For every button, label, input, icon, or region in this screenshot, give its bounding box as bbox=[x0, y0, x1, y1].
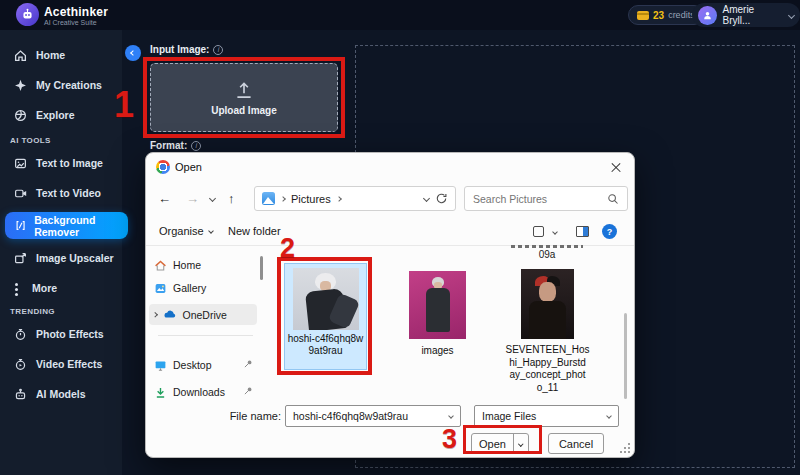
background-remover-icon bbox=[15, 219, 26, 232]
dialog-nav-desktop[interactable]: Desktop bbox=[149, 355, 257, 375]
sidebar-item-my-creations[interactable]: My Creations bbox=[0, 70, 122, 100]
chevron-down-icon bbox=[519, 441, 524, 446]
sidebar-item-more[interactable]: More bbox=[0, 273, 122, 303]
sidebar-item-home[interactable]: Home bbox=[0, 40, 122, 70]
breadcrumb-separator-icon bbox=[336, 196, 342, 202]
sidebar-item-background-remover[interactable]: Background Remover bbox=[5, 212, 128, 239]
up-button[interactable]: ↑ bbox=[228, 191, 235, 206]
open-split-button: Open bbox=[471, 433, 529, 454]
file-list-scrollbar[interactable] bbox=[624, 313, 627, 399]
back-button[interactable]: ← bbox=[158, 191, 171, 206]
sidebar-item-photo-effects[interactable]: Photo Effects bbox=[0, 319, 122, 349]
nav-pane-scrollbar[interactable] bbox=[260, 256, 263, 280]
refresh-icon[interactable] bbox=[435, 192, 448, 205]
recent-locations-chevron-icon[interactable] bbox=[209, 195, 216, 202]
info-icon[interactable] bbox=[191, 141, 201, 151]
photo-effects-icon bbox=[14, 328, 27, 341]
dialog-nav-home[interactable]: Home bbox=[149, 255, 257, 275]
chevron-down-icon bbox=[448, 413, 454, 419]
breadcrumb-pictures[interactable]: Pictures bbox=[291, 193, 331, 205]
chevron-left-icon bbox=[130, 50, 136, 56]
credits-card-icon bbox=[637, 11, 649, 20]
file-name-combobox[interactable]: hoshi-c4f6qhq8w9at9rau bbox=[285, 405, 461, 427]
dialog-nav-onedrive[interactable]: OneDrive bbox=[149, 304, 257, 325]
file-type-value: Image Files bbox=[482, 410, 536, 422]
downloads-icon bbox=[153, 385, 167, 399]
file-name-label: images bbox=[399, 345, 476, 356]
file-thumbnail bbox=[293, 268, 359, 330]
file-name-label: hoshi-c4f6qhq8w 9at9rau bbox=[288, 333, 364, 356]
nav-item-label: Downloads bbox=[173, 386, 225, 398]
preview-pane-icon bbox=[576, 226, 589, 237]
upload-image-dropzone[interactable]: Upload Image bbox=[150, 63, 338, 132]
sidebar-item-label: Video Effects bbox=[36, 358, 102, 370]
sidebar: Home My Creations Explore AI TOOLS Text … bbox=[0, 30, 122, 475]
user-menu[interactable]: Amerie Bryll... bbox=[692, 3, 800, 27]
new-folder-label: New folder bbox=[228, 225, 281, 237]
sidebar-item-label: Background Remover bbox=[34, 214, 128, 238]
file-item-seventeen[interactable] bbox=[521, 269, 574, 339]
pictures-folder-icon bbox=[262, 192, 275, 205]
chrome-icon bbox=[156, 160, 170, 174]
open-dropdown-arrow[interactable] bbox=[513, 434, 528, 453]
nav-item-label: Gallery bbox=[173, 282, 206, 294]
acethinker-logo-icon[interactable] bbox=[16, 3, 39, 26]
help-button[interactable] bbox=[602, 224, 617, 239]
desktop-icon bbox=[153, 358, 167, 372]
format-label: Format: bbox=[150, 140, 201, 151]
app-screen: Acethinker AI Creative Suite 23 credits … bbox=[0, 0, 800, 475]
more-dots-icon bbox=[15, 283, 18, 286]
file-item-hoshi[interactable]: hoshi-c4f6qhq8w 9at9rau bbox=[284, 263, 367, 370]
text-to-image-icon bbox=[14, 157, 27, 170]
dialog-nav-gallery[interactable]: Gallery bbox=[149, 278, 257, 298]
address-dropdown-chevron-icon[interactable] bbox=[423, 195, 430, 202]
breadcrumb-separator-icon bbox=[280, 196, 286, 202]
expand-chevron-icon[interactable] bbox=[152, 312, 157, 317]
format-label-text: Format: bbox=[150, 140, 187, 151]
sidebar-item-label: Text to Video bbox=[36, 187, 101, 199]
clipped-file-label bbox=[511, 245, 583, 248]
info-icon[interactable] bbox=[213, 45, 223, 55]
sidebar-item-text-to-video[interactable]: Text to Video bbox=[0, 178, 122, 208]
chevron-down-icon bbox=[208, 228, 214, 234]
address-bar[interactable]: Pictures bbox=[254, 186, 456, 211]
nav-item-label: Home bbox=[173, 259, 201, 271]
brand-tagline: AI Creative Suite bbox=[44, 19, 97, 26]
input-image-label-text: Input Image: bbox=[150, 44, 209, 55]
organise-menu[interactable]: Organise bbox=[159, 225, 213, 237]
search-box[interactable]: Search Pictures bbox=[464, 186, 628, 211]
dialog-title: Open bbox=[175, 161, 202, 173]
cancel-button[interactable]: Cancel bbox=[548, 433, 604, 454]
credits-label: credits bbox=[668, 10, 695, 20]
file-type-dropdown[interactable]: Image Files bbox=[474, 405, 619, 427]
resize-grip[interactable] bbox=[624, 447, 626, 449]
open-button[interactable]: Open bbox=[472, 434, 513, 453]
dialog-nav-downloads[interactable]: Downloads bbox=[149, 382, 257, 402]
sidebar-item-text-to-image[interactable]: Text to Image bbox=[0, 148, 122, 178]
view-mode-chevron-icon[interactable] bbox=[552, 229, 558, 235]
preview-pane-button[interactable] bbox=[576, 226, 589, 237]
new-folder-button[interactable]: New folder bbox=[228, 225, 281, 237]
nav-item-label: Desktop bbox=[173, 359, 212, 371]
search-icon bbox=[607, 193, 619, 205]
video-effects-icon bbox=[14, 358, 27, 371]
sidebar-item-image-upscaler[interactable]: Image Upscaler bbox=[0, 243, 122, 273]
sidebar-collapse-button[interactable] bbox=[125, 45, 141, 61]
sidebar-item-label: Image Upscaler bbox=[36, 252, 114, 264]
top-header: Acethinker AI Creative Suite 23 credits … bbox=[0, 0, 800, 30]
file-item-images[interactable] bbox=[409, 271, 466, 339]
onedrive-icon bbox=[163, 308, 177, 322]
home-folder-icon bbox=[153, 258, 167, 272]
sidebar-item-label: Text to Image bbox=[36, 157, 103, 169]
sidebar-item-video-effects[interactable]: Video Effects bbox=[0, 349, 122, 379]
view-mode-button[interactable] bbox=[533, 226, 544, 237]
dialog-close-button[interactable] bbox=[604, 158, 628, 176]
section-header-ai-tools: AI TOOLS bbox=[0, 132, 122, 148]
sidebar-item-explore[interactable]: Explore bbox=[0, 100, 122, 130]
sidebar-item-ai-models[interactable]: AI Models bbox=[0, 379, 122, 409]
search-input[interactable]: Search Pictures bbox=[473, 193, 607, 205]
file-name-value: hoshi-c4f6qhq8w9at9rau bbox=[293, 410, 408, 422]
forward-button[interactable]: → bbox=[186, 191, 199, 206]
sidebar-item-label: Home bbox=[36, 49, 65, 61]
upload-icon bbox=[233, 80, 255, 100]
